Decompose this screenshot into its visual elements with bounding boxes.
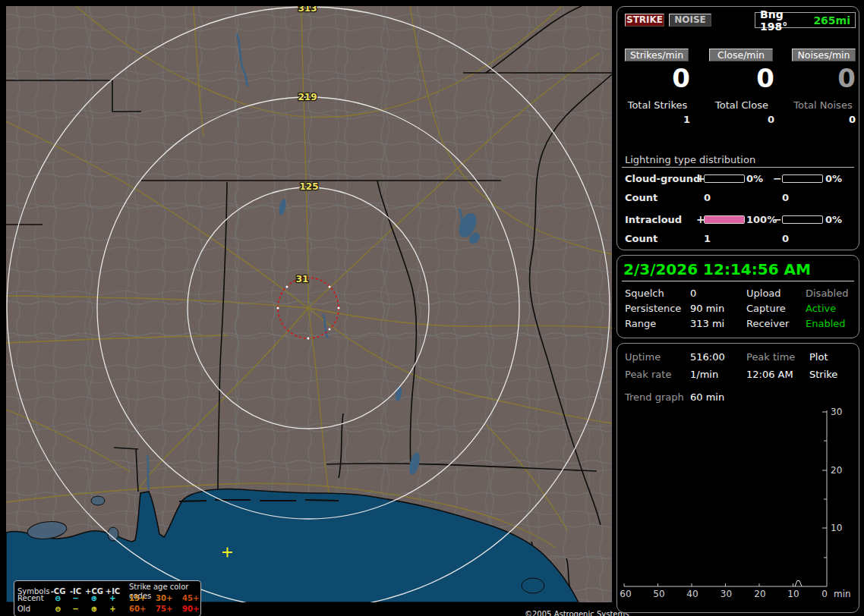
upload-label: Upload	[746, 288, 781, 299]
range-value: 313 mi	[690, 318, 724, 329]
copyright-text: ©2005 Astrogenic Systems	[525, 608, 618, 616]
x-tick-50: 50	[653, 589, 664, 599]
strikes-per-min-button[interactable]: Strikes/min	[625, 49, 689, 61]
ic-plus-count: 1	[704, 233, 711, 244]
trend-graph: 30 20 10 60 50 40 30 20 10 0 min	[617, 344, 859, 612]
x-tick-20: 20	[754, 589, 765, 599]
x-axis-unit: min	[834, 589, 851, 599]
age-90: 90+	[182, 605, 207, 614]
datetime-display: 2/3/2026 12:14:56 AM	[623, 260, 811, 278]
recent-pic-icon: +	[104, 594, 121, 603]
trend-box: Uptime 516:00 Peak time Plot Peak rate 1…	[616, 343, 859, 613]
old-pic-icon: +	[104, 605, 121, 614]
peak-time-value: 12:06 AM	[746, 369, 793, 380]
receiver-label: Receiver	[746, 318, 789, 329]
cg-minus-sign: −	[773, 172, 782, 184]
y-tick-10: 10	[831, 523, 842, 533]
ic-count-label: Count	[625, 233, 657, 244]
cg-plus-bar	[704, 174, 745, 183]
strike-toggle-button[interactable]: STRIKE	[625, 14, 664, 27]
age-30: 30+	[156, 594, 182, 603]
total-strikes-value: 1	[623, 114, 690, 125]
total-noises-label: Total Noises	[789, 99, 857, 111]
ic-minus-count: 0	[782, 233, 789, 244]
peak-time-label: Peak time	[746, 351, 795, 363]
receiver-status: Enabled	[806, 318, 846, 329]
lightning-map[interactable]: 313 219 125 31 Symbols -CG -IC +CG +IC S…	[6, 6, 612, 602]
close-per-min-button[interactable]: Close/min	[709, 49, 773, 61]
trend-window-value: 60 min	[690, 391, 724, 403]
ic-plus-bar	[704, 215, 745, 224]
total-close-value: 0	[708, 114, 774, 125]
datetime-divider	[622, 281, 854, 281]
peak-rate-label: Peak rate	[625, 369, 671, 380]
cloud-ground-label: Cloud-ground	[625, 173, 700, 184]
recent-nic-icon: −	[67, 594, 84, 603]
age-15: 15+	[129, 594, 156, 603]
total-close-label: Total Close	[708, 99, 776, 111]
persistence-label: Persistence	[625, 303, 681, 314]
ic-minus-pct: 0%	[825, 214, 842, 225]
uptime-label: Uptime	[625, 351, 661, 363]
plot-label: Plot	[809, 351, 828, 363]
cg-plus-count: 0	[704, 192, 711, 203]
x-tick-10: 10	[787, 589, 799, 599]
ic-minus-sign: −	[773, 213, 782, 225]
strike-stats-box: STRIKE NOISE Bng 198° 265mi Strikes/min …	[616, 6, 859, 250]
legend-old-label: Old	[17, 605, 49, 614]
bearing-distance-value: 265mi	[813, 14, 850, 27]
capture-status: Active	[806, 303, 836, 314]
bearing-readout: Bng 198° 265mi	[755, 12, 856, 28]
map-legend: Symbols -CG -IC +CG +IC Strike age color…	[14, 580, 201, 616]
recent-ncg-icon: ⊖	[49, 594, 67, 603]
distribution-divider	[622, 167, 854, 168]
close-per-min-value: 0	[708, 63, 774, 93]
peak-rate-value: 1/min	[690, 369, 718, 380]
x-tick-30: 30	[721, 589, 732, 599]
legend-old-row: Old ⊖ − ⊕ + 60+ 75+ 90+	[17, 604, 200, 614]
ring-label-125: 125	[299, 181, 318, 192]
trend-axes	[624, 410, 827, 586]
capture-label: Capture	[746, 303, 786, 314]
plot-mode-value: Strike	[809, 369, 837, 380]
y-tick-20: 20	[831, 465, 842, 476]
recent-pcg-icon: ⊕	[84, 594, 104, 603]
x-tick-40: 40	[686, 589, 698, 599]
ring-label-219: 219	[298, 92, 317, 102]
noises-per-min-value: 0	[789, 63, 856, 93]
cg-minus-pct: 0%	[825, 173, 842, 184]
status-box: 2/3/2026 12:14:56 AM Squelch 0 Upload Di…	[616, 255, 859, 338]
cg-minus-count: 0	[782, 192, 789, 203]
noise-toggle-button[interactable]: NOISE	[669, 14, 711, 27]
persistence-value: 90 min	[690, 303, 724, 314]
strikes-per-min-value: 0	[623, 63, 690, 93]
x-tick-0: 0	[821, 589, 828, 599]
y-tick-30: 30	[831, 407, 842, 417]
intracloud-label: Intracloud	[625, 214, 682, 225]
legend-recent-label: Recent	[17, 594, 49, 603]
squelch-value: 0	[690, 288, 696, 299]
uptime-value: 516:00	[690, 351, 725, 363]
bearing-value: Bng 198°	[760, 8, 813, 33]
old-pcg-icon: ⊕	[84, 605, 104, 614]
age-60: 60+	[129, 605, 156, 614]
trend-y-labels: 30 20 10	[831, 407, 842, 533]
age-45: 45+	[182, 594, 207, 603]
old-ncg-icon: ⊖	[49, 605, 67, 614]
squelch-label: Squelch	[625, 288, 664, 299]
total-strikes-label: Total Strikes	[623, 99, 692, 111]
total-noises-value: 0	[789, 114, 856, 125]
trend-x-labels: 60 50 40 30 20 10 0 min	[620, 589, 850, 599]
ring-label-313: 313	[298, 6, 317, 14]
cg-count-label: Count	[625, 192, 657, 203]
cg-minus-bar	[782, 174, 823, 183]
x-tick-60: 60	[620, 589, 631, 599]
ic-minus-bar	[782, 215, 823, 224]
distribution-title: Lightning type distribution	[625, 154, 755, 165]
noises-per-min-button[interactable]: Noises/min	[792, 49, 856, 61]
trend-graph-label: Trend graph	[625, 391, 684, 403]
upload-status: Disabled	[806, 288, 848, 299]
map-canvas: 313 219 125 31	[6, 6, 612, 602]
old-nic-icon: −	[67, 605, 84, 614]
legend-recent-row: Recent ⊖ − ⊕ + 15+ 30+ 45+	[17, 593, 200, 604]
